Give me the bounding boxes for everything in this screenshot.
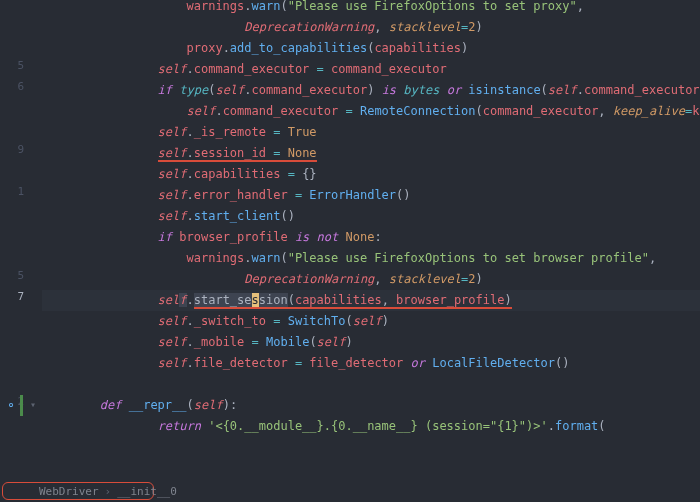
token-self: self (158, 356, 187, 370)
token-punct: ( (345, 314, 352, 328)
breadcrumb-method[interactable]: __init__0 (117, 485, 177, 498)
token-num: 2 (468, 272, 475, 286)
token-kw: if (158, 230, 172, 244)
code-line[interactable]: warnings.warn("Please use FirefoxOptions… (42, 248, 700, 269)
token-def: __repr__ (129, 398, 187, 412)
token-kw: if (158, 83, 172, 97)
token-func: start_client (194, 209, 281, 223)
token-prop: command_executor (584, 83, 700, 97)
code-line[interactable] (42, 374, 700, 395)
token-param2: stacklevel (389, 272, 461, 286)
token-prop: warnings (187, 0, 245, 13)
token-gl (288, 230, 295, 244)
token-op: = (345, 104, 352, 118)
annotation-underline: start_session(capabilities, browser_prof… (194, 293, 512, 309)
token-punct: . (244, 83, 251, 97)
code-line[interactable]: def __repr__(self): (42, 395, 700, 416)
token-punct: {} (302, 167, 316, 181)
token-punct: . (187, 188, 194, 202)
token-self: f (179, 293, 186, 307)
token-kw: is not (295, 230, 338, 244)
token-punct: . (187, 167, 194, 181)
code-line[interactable]: self.capabilities = {} (42, 164, 700, 185)
code-line[interactable]: self.session_id = None (42, 143, 700, 164)
token-punct: ): (223, 398, 237, 412)
code-line[interactable]: self.start_client() (42, 206, 700, 227)
token-gl (259, 335, 266, 349)
token-op: = (252, 335, 259, 349)
token-const: None (345, 230, 374, 244)
token-gl (324, 62, 331, 76)
token-punct: ( (309, 335, 316, 349)
token-prop: file_detector (194, 356, 288, 370)
token-func: isinstance (468, 83, 540, 97)
line-number: 5 (17, 269, 24, 282)
token-punct: () (555, 356, 569, 370)
token-self: self (194, 398, 223, 412)
code-line[interactable]: self._mobile = Mobile(self) (42, 332, 700, 353)
code-line[interactable]: self._switch_to = SwitchTo(self) (42, 311, 700, 332)
token-kw: or (411, 356, 425, 370)
token-gl (288, 356, 295, 370)
breadcrumb-class[interactable]: WebDriver (39, 485, 99, 498)
code-line[interactable]: self.start_session(capabilities, browser… (42, 290, 700, 311)
code-line[interactable]: if browser_profile is not None: (42, 227, 700, 248)
breadcrumb[interactable]: WebDriver › __init__0 (2, 482, 154, 500)
token-const: None (288, 146, 317, 160)
token-self: self (353, 314, 382, 328)
token-punct: . (187, 314, 194, 328)
code-line[interactable]: return '<{0.__module__}.{0.__name__} (se… (42, 416, 700, 437)
code-line[interactable]: self.command_executor = command_executor (42, 59, 700, 80)
code-line[interactable]: self.file_detector = file_detector or Lo… (42, 353, 700, 374)
token-punct: ( (476, 104, 483, 118)
token-prop: command_executor (223, 104, 339, 118)
code-line[interactable]: DeprecationWarning, stacklevel=2) (42, 17, 700, 38)
token-func: add_to_capabilities (230, 41, 367, 55)
token-str: "Please use FirefoxOptions to set proxy" (288, 0, 577, 13)
token-prop: warnings (187, 251, 245, 265)
code-line[interactable]: proxy.add_to_capabilities(capabilities) (42, 38, 700, 59)
token-num: 2 (468, 20, 475, 34)
token-self: self (158, 209, 187, 223)
line-number: 6 (17, 80, 24, 93)
token-punct: . (187, 62, 194, 76)
token-punct: . (577, 83, 584, 97)
token-self: self (187, 104, 216, 118)
code-line[interactable]: if type(self.command_executor) is bytes … (42, 80, 700, 101)
token-punct: ( (541, 83, 548, 97)
token-self: self (158, 167, 187, 181)
token-func: Mobile (266, 335, 309, 349)
line-number: 5 (17, 59, 24, 72)
token-prop: capabilities (374, 41, 461, 55)
token-func: LocalFileDetector (432, 356, 555, 370)
token-punct: . (244, 0, 251, 13)
fold-icon[interactable]: ▾ (30, 399, 36, 410)
token-punct: ( (280, 0, 287, 13)
token-self: self (158, 125, 187, 139)
token-gl (353, 104, 360, 118)
line-number: 7 (17, 290, 24, 303)
token-punct: , (598, 104, 612, 118)
token-func: SwitchTo (288, 314, 346, 328)
code-editor[interactable]: warnings.warn("Please use FirefoxOptions… (42, 0, 700, 484)
token-punct: ) (346, 335, 353, 349)
code-line[interactable]: self.error_handler = ErrorHandler() (42, 185, 700, 206)
token-punct: ) (382, 314, 389, 328)
token-func: warn (252, 0, 281, 13)
token-prop: proxy (187, 41, 223, 55)
token-punct: . (548, 419, 555, 433)
code-line[interactable]: warnings.warn("Please use FirefoxOptions… (42, 0, 700, 17)
fold-column: ▾ (28, 0, 42, 502)
token-punct: ) (461, 41, 468, 55)
token-prop: command_executor (252, 83, 368, 97)
code-line[interactable]: self.command_executor = RemoteConnection… (42, 101, 700, 122)
token-punct: . (187, 146, 194, 160)
code-line[interactable]: self._is_remote = True (42, 122, 700, 143)
token-str: "Please use FirefoxOptions to set browse… (288, 251, 649, 265)
breadcrumb-separator: › (105, 485, 112, 498)
token-const: True (288, 125, 317, 139)
token-func: RemoteConnection (360, 104, 476, 118)
code-line[interactable]: DeprecationWarning, stacklevel=2) (42, 269, 700, 290)
token-self: self (215, 83, 244, 97)
token-punct: ) (476, 272, 483, 286)
